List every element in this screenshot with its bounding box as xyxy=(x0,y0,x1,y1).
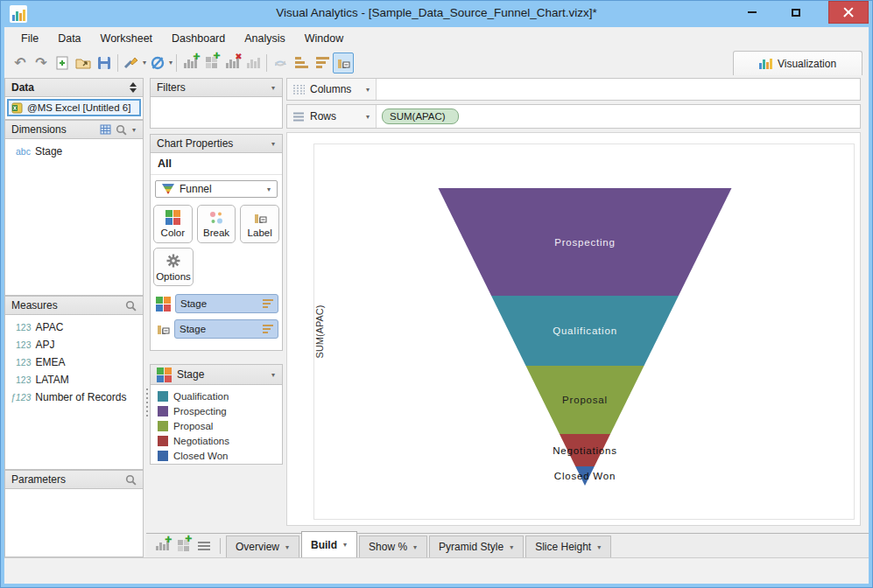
measure-field-apj[interactable]: 123APJ xyxy=(5,336,143,354)
minimize-button[interactable] xyxy=(739,1,765,24)
label-shelf-pill[interactable]: Stage xyxy=(174,319,278,339)
sheet-list-button[interactable] xyxy=(194,536,215,556)
measure-field-number-of-records[interactable]: ƒ123Number of Records xyxy=(5,388,143,406)
data-panel-header[interactable]: Data xyxy=(4,78,144,97)
delete-worksheet-button[interactable]: ✖ xyxy=(222,52,243,74)
options-button[interactable]: Options xyxy=(153,248,194,286)
chevron-down-icon[interactable]: ▾ xyxy=(285,543,290,551)
chevron-down-icon[interactable]: ▾ xyxy=(412,543,418,551)
y-axis-label: SUM(APAC) xyxy=(314,305,325,359)
measure-field-latam[interactable]: 123LATAM xyxy=(5,371,143,388)
refresh-caret-icon[interactable]: ▾ xyxy=(168,59,173,66)
chevron-down-icon[interactable]: ▾ xyxy=(509,543,514,551)
new-dashboard-tab-button[interactable]: ✚ xyxy=(172,536,194,556)
data-source-item[interactable]: @MS Excel [Untitled 6] xyxy=(7,99,141,116)
break-button-label: Break xyxy=(203,228,229,238)
menu-dashboard[interactable]: Dashboard xyxy=(162,29,235,48)
show-labels-button[interactable] xyxy=(333,52,354,74)
chart-properties-title: Chart Properties xyxy=(157,137,233,150)
redo-button[interactable]: ↷ xyxy=(31,52,52,74)
visualization-tab[interactable]: Visualization xyxy=(733,51,862,75)
legend-label: Closed Won xyxy=(173,451,228,461)
columns-shelf[interactable]: Columns ▾ xyxy=(286,78,861,101)
open-button[interactable] xyxy=(73,52,94,74)
rows-shelf[interactable]: Rows ▾ SUM(APAC) xyxy=(286,104,861,129)
color-button[interactable]: Color xyxy=(153,205,193,243)
legend-header[interactable]: Stage ▾ xyxy=(150,364,283,385)
chevron-down-icon[interactable]: ▾ xyxy=(131,126,137,134)
sort-ascending-button[interactable] xyxy=(291,52,312,74)
format-painter-button[interactable] xyxy=(121,52,142,74)
swap-axes-button[interactable] xyxy=(270,52,291,74)
title-bar[interactable]: Visual Analytics - [Sample_Data_Source_F… xyxy=(1,1,872,27)
break-button[interactable]: Break xyxy=(197,205,236,243)
rows-pill-sum-apac[interactable]: SUM(APAC) xyxy=(382,108,459,124)
duplicate-worksheet-button[interactable] xyxy=(243,52,264,74)
panel-splitter[interactable] xyxy=(144,78,150,528)
undo-icon: ↶ xyxy=(14,54,25,71)
chart-type-select[interactable]: Funnel ▾ xyxy=(155,180,278,198)
legend-label: Negotiations xyxy=(173,436,229,446)
chevron-down-icon[interactable]: ▾ xyxy=(596,543,602,551)
measure-field-emea[interactable]: 123EMEA xyxy=(5,354,143,371)
menu-file[interactable]: File xyxy=(11,29,48,48)
legend-item-prospecting[interactable]: Prospecting xyxy=(151,403,282,418)
add-dashboard-button[interactable]: ✚ xyxy=(201,52,222,74)
add-worksheet-icon: ✚ xyxy=(156,541,169,550)
funnel-icon xyxy=(161,183,175,195)
parameters-header[interactable]: Parameters xyxy=(4,470,144,489)
legend-label: Prospecting xyxy=(173,406,227,416)
list-icon xyxy=(197,541,211,551)
measures-header[interactable]: Measures xyxy=(4,296,144,315)
chart-properties-header[interactable]: Chart Properties ▾ xyxy=(150,134,283,153)
save-button[interactable] xyxy=(94,52,115,74)
menu-window[interactable]: Window xyxy=(295,29,353,48)
chevron-down-icon[interactable]: ▾ xyxy=(271,140,276,148)
add-worksheet-button[interactable]: ✚ xyxy=(180,52,201,74)
search-icon[interactable] xyxy=(125,300,137,312)
undo-button[interactable]: ↶ xyxy=(10,52,31,74)
filters-shelf[interactable] xyxy=(150,97,283,129)
plot-area[interactable]: SUM(APAC) ProspectingQualificationPropos… xyxy=(313,144,855,520)
view-data-table-icon[interactable] xyxy=(100,124,111,135)
sheet-tab-show-percent[interactable]: Show %▾ xyxy=(359,536,427,558)
sheet-tab-build[interactable]: Build▾ xyxy=(301,531,357,557)
sheet-tab-pyramid-style[interactable]: Pyramid Style▾ xyxy=(429,536,524,558)
maximize-button[interactable] xyxy=(783,1,809,24)
dimension-field-stage[interactable]: abc Stage xyxy=(5,139,143,160)
pill-sort-icon[interactable] xyxy=(263,323,273,335)
legend-item-negotiations[interactable]: Negotiations xyxy=(151,433,282,448)
legend-item-closed-won[interactable]: Closed Won xyxy=(151,448,282,463)
chevron-down-icon[interactable]: ▾ xyxy=(271,371,276,379)
field-label: Number of Records xyxy=(35,391,126,403)
sheet-tab-overview[interactable]: Overview▾ xyxy=(226,536,299,558)
chevron-down-icon[interactable]: ▾ xyxy=(271,84,276,92)
new-worksheet-button[interactable] xyxy=(52,52,73,74)
color-shelf-pill[interactable]: Stage xyxy=(175,294,278,313)
columns-shelf-label: Columns ▾ xyxy=(287,79,377,100)
search-icon[interactable] xyxy=(125,474,137,486)
sheet-tab-slice-height[interactable]: Slice Height▾ xyxy=(525,536,611,558)
dimensions-header[interactable]: Dimensions ▾ xyxy=(4,120,144,139)
menu-analysis[interactable]: Analysis xyxy=(235,29,295,48)
label-button[interactable]: Label xyxy=(240,205,279,243)
menu-data[interactable]: Data xyxy=(48,29,90,48)
search-icon[interactable] xyxy=(116,124,127,136)
filters-header[interactable]: Filters ▾ xyxy=(150,78,283,97)
new-worksheet-tab-button[interactable]: ✚ xyxy=(151,536,172,556)
legend-item-qualification[interactable]: Qualification xyxy=(151,388,282,403)
chevron-down-icon[interactable]: ▾ xyxy=(342,541,348,549)
menu-worksheet[interactable]: Worksheet xyxy=(91,29,163,48)
refresh-button[interactable] xyxy=(147,52,168,74)
measure-field-apac[interactable]: 123APAC xyxy=(5,318,143,336)
sort-descending-button[interactable] xyxy=(312,52,333,74)
close-button[interactable] xyxy=(828,1,869,24)
legend-swatch xyxy=(158,406,168,416)
pill-sort-icon[interactable] xyxy=(263,298,273,310)
chevron-down-icon[interactable]: ▾ xyxy=(365,86,370,94)
chevron-down-icon[interactable]: ▾ xyxy=(365,113,370,121)
pill-label: SUM(APAC) xyxy=(390,111,446,122)
collapse-expand-icon[interactable] xyxy=(130,82,137,93)
field-type-icon: 123 xyxy=(16,322,32,332)
legend-item-proposal[interactable]: Proposal xyxy=(151,418,282,433)
